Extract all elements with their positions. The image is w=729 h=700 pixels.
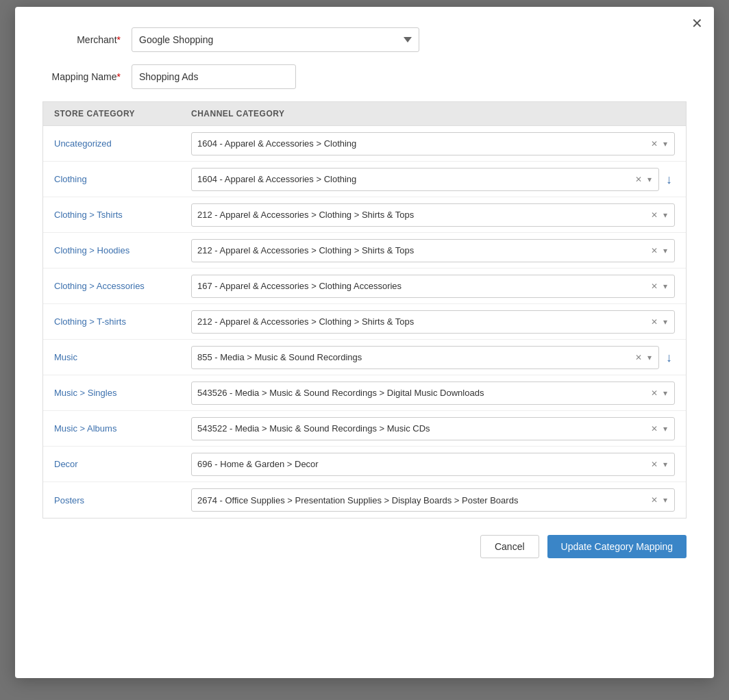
dropdown-channel-button[interactable]: ▾ [662, 389, 669, 397]
channel-select-text: 2674 - Office Supplies > Presentation Su… [197, 495, 645, 505]
channel-category-wrapper: 1604 - Apparel & Accessories > Clothing✕… [191, 132, 675, 155]
dropdown-channel-button[interactable]: ▾ [662, 282, 669, 290]
channel-select-text: 1604 - Apparel & Accessories > Clothing [197, 174, 630, 184]
dropdown-channel-button[interactable]: ▾ [662, 318, 669, 326]
clear-channel-button[interactable]: ✕ [650, 140, 659, 148]
channel-select-box[interactable]: 212 - Apparel & Accessories > Clothing >… [191, 203, 675, 227]
merchant-label: Merchant* [42, 34, 132, 45]
dropdown-channel-button[interactable]: ▾ [662, 247, 669, 255]
table-header: STORE CATEGORY CHANNEL CATEGORY [42, 101, 687, 126]
table-row: Decor696 - Home & Garden > Decor✕▾ [43, 447, 686, 482]
channel-select-box[interactable]: 1604 - Apparel & Accessories > Clothing✕… [191, 132, 675, 155]
dropdown-channel-button[interactable]: ▾ [662, 460, 669, 468]
dropdown-channel-button[interactable]: ▾ [662, 496, 669, 504]
table-row: Music855 - Media > Music & Sound Recordi… [43, 340, 686, 375]
table-row: Music > Singles543526 - Media > Music & … [43, 375, 686, 411]
channel-category-wrapper: 1604 - Apparel & Accessories > Clothing✕… [191, 168, 675, 191]
update-category-mapping-button[interactable]: Update Category Mapping [547, 535, 687, 558]
channel-select-box[interactable]: 2674 - Office Supplies > Presentation Su… [191, 488, 675, 512]
channel-category-wrapper: 212 - Apparel & Accessories > Clothing >… [191, 310, 675, 334]
channel-category-wrapper: 543526 - Media > Music & Sound Recording… [191, 382, 675, 405]
clear-channel-button[interactable]: ✕ [650, 389, 659, 397]
channel-select-box[interactable]: 1604 - Apparel & Accessories > Clothing✕… [191, 168, 659, 191]
store-category-cell: Clothing [54, 174, 191, 184]
expand-subcategory-button[interactable]: ↓ [663, 351, 675, 364]
channel-select-box[interactable]: 855 - Media > Music & Sound Recordings✕▾ [191, 346, 659, 369]
clear-channel-button[interactable]: ✕ [650, 496, 659, 504]
store-category-cell: Music > Singles [54, 388, 191, 398]
table-row: Clothing > Tshirts212 - Apparel & Access… [43, 197, 686, 233]
table-row: Clothing > Hoodies212 - Apparel & Access… [43, 233, 686, 268]
modal-container: ✕ Merchant* Google Shopping Mapping Name… [15, 7, 714, 678]
channel-select-box[interactable]: 543526 - Media > Music & Sound Recording… [191, 382, 675, 405]
channel-category-wrapper: 212 - Apparel & Accessories > Clothing >… [191, 203, 675, 227]
table-row: Clothing1604 - Apparel & Accessories > C… [43, 162, 686, 197]
channel-category-wrapper: 212 - Apparel & Accessories > Clothing >… [191, 239, 675, 262]
table-row: Clothing > Accessories167 - Apparel & Ac… [43, 268, 686, 304]
channel-select-box[interactable]: 212 - Apparel & Accessories > Clothing >… [191, 310, 675, 334]
store-category-cell: Uncategorized [54, 138, 191, 149]
channel-select-text: 212 - Apparel & Accessories > Clothing >… [197, 245, 645, 255]
mapping-name-label: Mapping Name* [42, 71, 132, 82]
channel-category-wrapper: 2674 - Office Supplies > Presentation Su… [191, 488, 675, 512]
table-row: Posters2674 - Office Supplies > Presenta… [43, 482, 686, 518]
clear-channel-button[interactable]: ✕ [650, 247, 659, 255]
channel-select-text: 167 - Apparel & Accessories > Clothing A… [197, 281, 645, 291]
merchant-row: Merchant* Google Shopping [42, 27, 687, 52]
dropdown-channel-button[interactable]: ▾ [662, 425, 669, 433]
store-category-cell: Clothing > Hoodies [54, 245, 191, 255]
close-button[interactable]: ✕ [691, 16, 703, 30]
channel-select-text: 1604 - Apparel & Accessories > Clothing [197, 138, 645, 149]
expand-subcategory-button[interactable]: ↓ [663, 173, 675, 186]
channel-select-box[interactable]: 696 - Home & Garden > Decor✕▾ [191, 453, 675, 476]
clear-channel-button[interactable]: ✕ [650, 318, 659, 326]
table-row: Clothing > T-shirts212 - Apparel & Acces… [43, 304, 686, 340]
dropdown-channel-button[interactable]: ▾ [662, 140, 669, 148]
store-category-cell: Music > Albums [54, 423, 191, 434]
mapping-name-row: Mapping Name* [42, 64, 687, 89]
clear-channel-button[interactable]: ✕ [634, 175, 643, 184]
store-category-cell: Clothing > Accessories [54, 281, 191, 291]
footer-buttons: Cancel Update Category Mapping [42, 535, 687, 558]
table-body: Uncategorized1604 - Apparel & Accessorie… [42, 126, 687, 518]
col-channel-header: CHANNEL CATEGORY [191, 109, 675, 118]
cancel-button[interactable]: Cancel [480, 535, 539, 558]
channel-category-wrapper: 543522 - Media > Music & Sound Recording… [191, 417, 675, 440]
channel-category-wrapper: 696 - Home & Garden > Decor✕▾ [191, 453, 675, 476]
channel-select-box[interactable]: 167 - Apparel & Accessories > Clothing A… [191, 275, 675, 298]
clear-channel-button[interactable]: ✕ [650, 211, 659, 219]
channel-select-box[interactable]: 543522 - Media > Music & Sound Recording… [191, 417, 675, 440]
dropdown-channel-button[interactable]: ▾ [662, 211, 669, 219]
clear-channel-button[interactable]: ✕ [650, 425, 659, 433]
dropdown-channel-button[interactable]: ▾ [646, 353, 653, 362]
channel-select-text: 543526 - Media > Music & Sound Recording… [197, 388, 645, 398]
modal-overlay: ✕ Merchant* Google Shopping Mapping Name… [0, 0, 729, 700]
clear-channel-button[interactable]: ✕ [634, 353, 643, 362]
table-row: Music > Albums543522 - Media > Music & S… [43, 411, 686, 447]
channel-select-text: 855 - Media > Music & Sound Recordings [197, 352, 630, 362]
store-category-cell: Posters [54, 495, 191, 505]
store-category-cell: Music [54, 352, 191, 362]
channel-select-text: 212 - Apparel & Accessories > Clothing >… [197, 210, 645, 220]
store-category-cell: Clothing > T-shirts [54, 316, 191, 327]
clear-channel-button[interactable]: ✕ [650, 460, 659, 468]
merchant-select[interactable]: Google Shopping [132, 27, 419, 52]
channel-select-text: 543522 - Media > Music & Sound Recording… [197, 423, 645, 434]
channel-category-wrapper: 167 - Apparel & Accessories > Clothing A… [191, 275, 675, 298]
table-row: Uncategorized1604 - Apparel & Accessorie… [43, 126, 686, 162]
mapping-name-input[interactable] [132, 64, 296, 89]
clear-channel-button[interactable]: ✕ [650, 282, 659, 290]
store-category-cell: Decor [54, 459, 191, 469]
channel-category-wrapper: 855 - Media > Music & Sound Recordings✕▾… [191, 346, 675, 369]
dropdown-channel-button[interactable]: ▾ [646, 175, 653, 184]
channel-select-text: 212 - Apparel & Accessories > Clothing >… [197, 316, 645, 327]
store-category-cell: Clothing > Tshirts [54, 210, 191, 220]
channel-select-box[interactable]: 212 - Apparel & Accessories > Clothing >… [191, 239, 675, 262]
channel-select-text: 696 - Home & Garden > Decor [197, 459, 645, 469]
col-store-header: STORE CATEGORY [54, 109, 191, 118]
